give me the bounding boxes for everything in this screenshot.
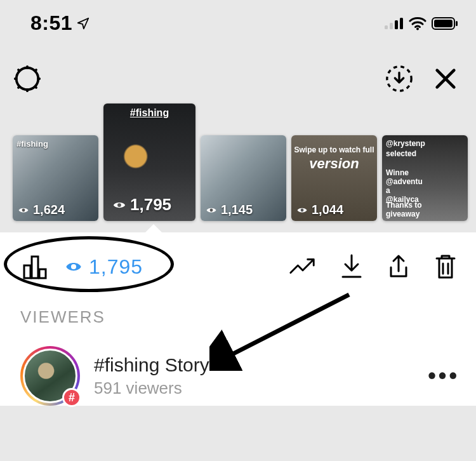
thumb-tag: #fishing: [130, 107, 169, 119]
download-dashed-icon[interactable]: [385, 64, 414, 93]
close-icon[interactable]: [433, 66, 458, 91]
thumb-views: 1,044: [296, 203, 343, 217]
cellular-signal-icon: [385, 17, 404, 30]
viewer-row[interactable]: # #fishing Story 591 viewers •••: [20, 346, 463, 406]
status-bar: 8:51: [0, 0, 476, 39]
wifi-icon: [409, 17, 426, 30]
status-time-text: 8:51: [30, 11, 72, 35]
share-icon[interactable]: [386, 252, 411, 281]
download-icon[interactable]: [339, 253, 364, 281]
thumb-view-count: 1,624: [33, 203, 65, 217]
stat-views-count: 1,795: [89, 255, 143, 279]
stat-views[interactable]: 1,795: [65, 255, 143, 279]
thumb-views: 1,795: [112, 195, 171, 215]
stats-panel: 1,795 VIEWERS: [0, 232, 476, 406]
status-bar-time: 8:51: [30, 11, 90, 35]
story-thumb[interactable]: Swipe up to watch full version 1,044: [291, 135, 377, 221]
story-thumb-active[interactable]: #fishing 1,795: [103, 104, 195, 221]
svg-point-4: [416, 27, 419, 30]
story-thumb[interactable]: @krystenp selected Winne @adventu a @kai…: [382, 135, 468, 221]
thumb-text: a: [386, 186, 390, 195]
gear-icon[interactable]: [13, 64, 42, 93]
thumb-tag: #fishing: [17, 139, 48, 149]
thumb-text: Winne: [386, 168, 409, 177]
story-header: [0, 39, 476, 101]
viewer-subtitle: 591 viewers: [94, 378, 209, 398]
viewers-heading: VIEWERS: [20, 307, 463, 327]
svg-point-11: [117, 203, 121, 207]
viewer-title: #fishing Story: [94, 354, 209, 376]
thumb-views: 1,624: [18, 203, 65, 217]
thumb-view-count: 1,145: [221, 203, 253, 217]
trash-icon[interactable]: [433, 252, 458, 281]
svg-point-17: [71, 264, 76, 269]
svg-point-13: [301, 208, 304, 211]
svg-rect-16: [39, 269, 46, 278]
svg-rect-7: [456, 21, 458, 26]
thumb-view-count: 1,795: [130, 195, 171, 215]
eye-icon: [65, 258, 83, 276]
active-thumb-pointer: [145, 224, 162, 233]
insights-trend-icon[interactable]: [288, 254, 317, 279]
svg-rect-14: [24, 265, 30, 278]
story-thumb[interactable]: #fishing 1,624: [13, 135, 98, 221]
svg-rect-6: [434, 20, 453, 27]
location-arrow-icon: [76, 17, 90, 30]
svg-point-10: [22, 208, 25, 211]
svg-rect-2: [395, 20, 398, 29]
battery-icon: [432, 17, 458, 30]
bar-chart-icon[interactable]: [20, 251, 51, 282]
thumb-promo-line2: version: [291, 156, 377, 172]
thumb-text: @adventu: [386, 177, 423, 186]
story-reel[interactable]: #fishing 1,624 #fishing 1,795 1,145: [0, 104, 476, 224]
thumb-text: selected: [386, 149, 416, 158]
viewers-section: VIEWERS # #fishing Story 591 viewers •••: [0, 301, 476, 406]
thumb-text: Thanks to: [386, 201, 422, 210]
svg-point-12: [210, 208, 213, 211]
thumb-view-count: 1,044: [312, 203, 343, 217]
svg-rect-15: [32, 257, 38, 278]
thumb-text: giveaway: [386, 210, 420, 218]
svg-rect-3: [400, 18, 403, 29]
more-options-button[interactable]: •••: [428, 363, 463, 389]
thumb-promo-line1: Swipe up to watch full: [291, 145, 377, 154]
thumb-views: 1,145: [206, 203, 253, 217]
hashtag-story-avatar[interactable]: #: [20, 346, 80, 406]
svg-rect-1: [390, 23, 393, 29]
hashtag-badge-icon: #: [62, 388, 81, 407]
svg-rect-0: [385, 25, 388, 29]
status-bar-right: [385, 17, 458, 30]
thumb-text: @krystenp: [386, 139, 425, 148]
story-thumb[interactable]: 1,145: [201, 135, 286, 221]
